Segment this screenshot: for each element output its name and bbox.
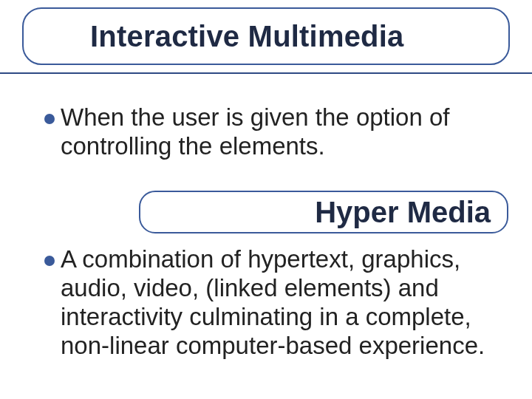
subheading: Hyper Media [315,196,491,229]
bullet-text: When the user is given the option of con… [61,103,505,161]
title-frame: Interactive Multimedia [22,7,510,65]
slide-title: Interactive Multimedia [90,20,404,53]
body-section-1: When the user is given the option of con… [44,103,505,174]
body-section-2: A combination of hypertext, graphics, au… [44,245,510,374]
bullet-text: A combination of hypertext, graphics, au… [61,245,510,361]
subheading-frame: Hyper Media [139,191,508,233]
slide: Interactive Multimedia When the user is … [0,0,532,399]
horizontal-rule [0,72,532,74]
bullet-dot-icon [44,114,55,124]
bullet-item: When the user is given the option of con… [44,103,505,161]
bullet-dot-icon [44,256,55,266]
bullet-item: A combination of hypertext, graphics, au… [44,245,510,361]
